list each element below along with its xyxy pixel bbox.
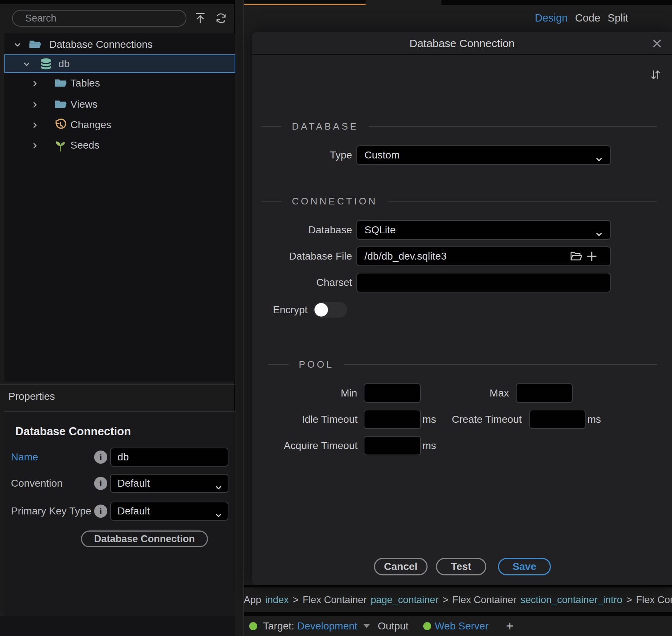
search-input[interactable]: [12, 10, 186, 27]
add-file-icon[interactable]: [585, 250, 598, 263]
max-field[interactable]: [516, 383, 573, 403]
database-file-label: Database File: [252, 246, 352, 266]
info-icon[interactable]: i: [94, 451, 107, 464]
chevron-right-icon[interactable]: [31, 79, 39, 88]
view-mode-tabs: Design Code Split: [244, 5, 672, 31]
document-tabbar: [244, 0, 672, 5]
tree-item-views[interactable]: Views: [4, 94, 235, 115]
convention-label: Convention: [11, 474, 63, 493]
cancel-button[interactable]: Cancel: [374, 558, 428, 575]
status-bar: Target: Development Output Web Server +: [244, 616, 672, 636]
breadcrumb-tail: Flex Con: [636, 594, 672, 605]
chevron-down-icon: [595, 152, 603, 160]
database-icon: [39, 57, 53, 70]
info-icon[interactable]: i: [94, 477, 107, 490]
refresh-icon[interactable]: [215, 12, 228, 25]
name-label: Name: [11, 448, 38, 467]
chevron-down-icon: [595, 226, 603, 235]
chevron-right-icon[interactable]: [31, 120, 39, 129]
tab-split[interactable]: Split: [608, 12, 628, 24]
tree-item-db[interactable]: db: [4, 54, 235, 73]
min-field[interactable]: [364, 383, 421, 403]
breadcrumb-flex-label: Flex Container: [452, 594, 517, 605]
target-label: Target:: [263, 620, 294, 632]
breadcrumb-separator: >: [626, 594, 632, 605]
charset-label: Charset: [252, 273, 352, 292]
chevron-right-icon[interactable]: [31, 141, 39, 150]
create-timeout-field[interactable]: [529, 410, 586, 429]
breadcrumb-section-container-link[interactable]: section_container_intro: [521, 594, 622, 605]
database-select[interactable]: SQLite: [356, 220, 611, 240]
type-row: Type Custom: [252, 145, 672, 165]
breadcrumb-page-container-link[interactable]: page_container: [371, 594, 439, 605]
add-target-button[interactable]: +: [506, 620, 514, 633]
folder-open-icon: [28, 38, 42, 51]
chevron-right-icon[interactable]: [31, 100, 39, 109]
sidebar-top-divider: [0, 0, 234, 4]
folder-open-icon: [54, 98, 67, 111]
info-icon[interactable]: i: [94, 505, 107, 518]
tree-item-tables[interactable]: Tables: [4, 73, 235, 93]
section-pool: POOL: [268, 359, 657, 370]
name-field[interactable]: [110, 448, 228, 467]
database-row: Database SQLite: [252, 220, 672, 240]
primary-key-type-select[interactable]: Default: [110, 502, 228, 521]
database-connection-button[interactable]: Database Connection: [81, 530, 208, 547]
close-icon[interactable]: [652, 38, 663, 49]
chevron-down-icon: [215, 480, 223, 488]
encrypt-label: Encrypt: [252, 302, 308, 318]
sort-icon[interactable]: [649, 69, 662, 81]
database-file-row: Database File: [252, 246, 672, 266]
encrypt-row: Encrypt: [252, 302, 672, 318]
tree-item-changes[interactable]: Changes: [4, 115, 235, 135]
section-database: DATABASE: [261, 121, 657, 132]
database-connection-dialog: Database Connection DATABASE Type Custom: [252, 32, 672, 585]
convention-select[interactable]: Default: [110, 474, 228, 493]
properties-panel-label: Properties: [8, 391, 55, 402]
target-status-dot: [249, 622, 257, 630]
chevron-down-icon[interactable]: [13, 40, 22, 49]
panel-divider: [236, 0, 244, 636]
target-dropdown-caret[interactable]: [363, 624, 370, 628]
database-label: Database: [252, 220, 352, 240]
property-row-primary-key-type: Primary Key Type i Default: [4, 502, 235, 521]
tab-code[interactable]: Code: [575, 12, 600, 24]
breadcrumb-separator: >: [293, 594, 299, 605]
min-label: Min: [252, 383, 357, 403]
type-select[interactable]: Custom: [356, 145, 611, 165]
save-button[interactable]: Save: [498, 558, 551, 575]
chevron-down-icon[interactable]: [22, 60, 31, 68]
breadcrumb-index-link[interactable]: index: [265, 594, 289, 605]
breadcrumb-separator: >: [443, 594, 448, 605]
section-title: DATABASE: [292, 121, 359, 132]
output-label[interactable]: Output: [378, 620, 409, 632]
ms-suffix: ms: [422, 436, 436, 455]
target-value-link[interactable]: Development: [297, 620, 358, 632]
inactive-document-tab[interactable]: [366, 0, 441, 5]
sidebar-bottom-strip: [0, 616, 235, 636]
idle-timeout-field[interactable]: [364, 410, 421, 429]
encrypt-toggle[interactable]: [313, 302, 347, 318]
active-document-tab[interactable]: [244, 0, 366, 5]
type-value: Custom: [364, 149, 399, 161]
ms-suffix: ms: [587, 410, 601, 429]
upload-icon[interactable]: [194, 12, 207, 25]
divider: [244, 612, 672, 616]
tree-item-label: db: [58, 58, 70, 70]
web-server-link[interactable]: Web Server: [435, 620, 488, 632]
test-button[interactable]: Test: [436, 558, 486, 575]
browse-folder-icon[interactable]: [569, 250, 582, 263]
type-label: Type: [252, 145, 352, 165]
property-row-convention: Convention i Default: [4, 474, 235, 493]
acquire-timeout-field[interactable]: [364, 436, 421, 455]
tree-item-seeds[interactable]: Seeds: [4, 135, 235, 156]
breadcrumb-flex-label: Flex Container: [302, 594, 367, 605]
tab-design[interactable]: Design: [535, 12, 568, 24]
tree-item-database-connections[interactable]: Database Connections: [4, 34, 235, 54]
create-timeout-label: Create Timeout: [435, 410, 522, 429]
breadcrumb: Appindex>Flex Containerpage_container>Fl…: [244, 587, 672, 612]
section-title: POOL: [299, 359, 334, 370]
section-title: CONNECTION: [292, 196, 378, 207]
primary-key-type-value: Default: [117, 505, 150, 517]
charset-field[interactable]: [356, 273, 611, 292]
